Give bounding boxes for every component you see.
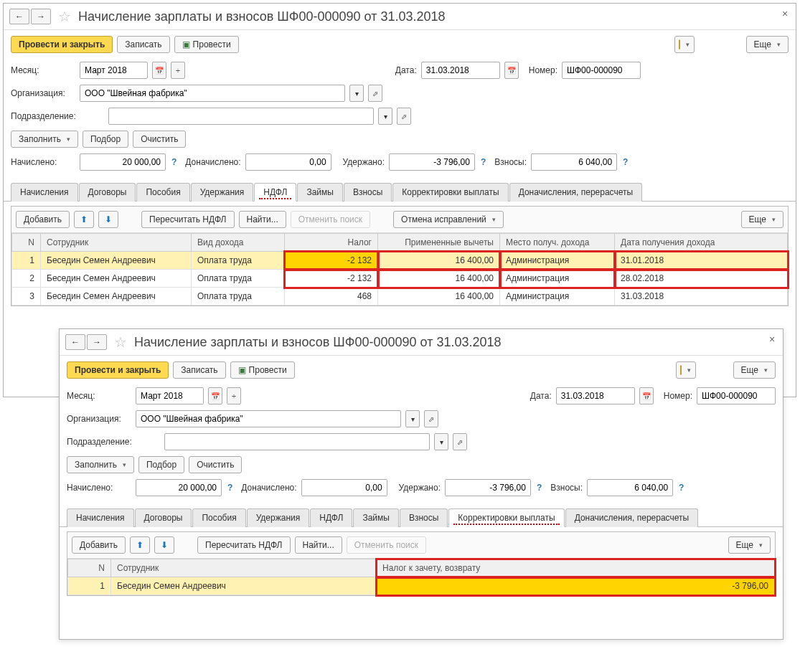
more-button[interactable]: Еще [746, 36, 789, 53]
add-button[interactable]: Добавить [16, 211, 70, 228]
cell: Администрация [500, 270, 615, 288]
post-button[interactable]: ▣Провести [230, 361, 295, 379]
nav-back-button[interactable]: ← [65, 334, 85, 350]
tab-2[interactable]: Пособия [136, 183, 189, 202]
table-row[interactable]: 2Беседин Семен АндреевичОплата труда-2 1… [12, 270, 788, 288]
org-input[interactable] [80, 85, 345, 102]
cell: Администрация [500, 288, 615, 306]
table-row[interactable]: 1Беседин Семен АндреевичОплата труда-2 1… [12, 252, 788, 270]
tab-6[interactable]: Взносы [344, 183, 392, 202]
cell: Оплата труда [192, 288, 285, 306]
post-and-close-button[interactable]: Провести и закрыть [67, 361, 169, 379]
window-title: Начисление зарплаты и взносов ШФ00-00009… [134, 335, 502, 350]
number-input[interactable] [562, 62, 641, 79]
window-title: Начисление зарплаты и взносов ШФ00-00009… [78, 9, 446, 24]
ndfl-table[interactable]: NСотрудникВид доходаНалогПримененные выч… [11, 233, 788, 306]
date-calendar-icon[interactable]: 📅 [504, 62, 519, 79]
tab-0[interactable]: Начисления [11, 183, 78, 202]
open-ref-icon[interactable]: ⬀ [368, 85, 382, 102]
main-toolbar: Провести и закрыть Записать ▣Провести Ещ… [60, 356, 783, 384]
dept-input[interactable] [108, 108, 374, 125]
cell: 3 [12, 288, 41, 306]
tab-3[interactable]: Удержания [191, 183, 254, 202]
save-button[interactable]: Записать [117, 36, 169, 53]
withheld-input[interactable] [389, 153, 475, 171]
tab-panel: Добавить ⬆ ⬇ Пересчитать НДФЛ Найти... О… [11, 206, 789, 306]
post-icon: ▣ [238, 365, 246, 375]
help-icon-3[interactable]: ? [623, 157, 628, 167]
cell: 468 [285, 288, 378, 306]
cell: 16 400,00 [378, 252, 500, 270]
post-label: Провести [249, 365, 287, 375]
find-button[interactable]: Найти... [239, 211, 286, 228]
accrued-input[interactable] [80, 153, 166, 171]
close-button[interactable]: × [778, 8, 791, 21]
month-input[interactable] [136, 387, 204, 400]
cell: Администрация [500, 252, 615, 270]
cancel-fix-button[interactable]: Отмена исправлений [393, 211, 504, 228]
date-label: Дата: [530, 391, 552, 400]
more-button[interactable]: Еще [733, 361, 776, 379]
move-up-button[interactable]: ⬆ [74, 211, 94, 228]
arrow-down-icon: ⬇ [105, 214, 112, 224]
table-toolbar: Добавить ⬆ ⬇ Пересчитать НДФЛ Найти... О… [11, 207, 788, 233]
title-bar: ← → ☆ Начисление зарплаты и взносов ШФ00… [60, 329, 783, 356]
cancel-search-button[interactable]: Отменить поиск [291, 211, 370, 228]
nav-forward-button[interactable]: → [87, 334, 107, 350]
dept-open-icon[interactable]: ⬀ [397, 108, 411, 125]
date-calendar-icon[interactable]: 📅 [639, 387, 654, 400]
number-input[interactable] [697, 387, 776, 400]
fill-button[interactable]: Заполнить [11, 131, 78, 148]
table-more-button[interactable]: Еще [741, 211, 783, 228]
date-input[interactable] [421, 62, 500, 79]
calendar-icon[interactable]: 📅 [152, 62, 166, 79]
form-area: Месяц: 📅 ÷ Дата: 📅 Номер: Организация: ▾… [4, 59, 796, 179]
month-input[interactable] [80, 62, 148, 79]
col-0: N [12, 234, 41, 252]
arrow-up-icon: ⬆ [80, 214, 88, 224]
cell: 16 400,00 [378, 288, 500, 306]
spinner-icon[interactable]: ÷ [171, 62, 185, 79]
tab-5[interactable]: Займы [297, 183, 343, 202]
table-row[interactable]: 3Беседин Семен АндреевичОплата труда4681… [12, 288, 788, 306]
col-4: Примененные вычеты [378, 234, 500, 252]
col-5: Место получ. дохода [500, 234, 615, 252]
cell: 28.02.2018 [615, 270, 788, 288]
help-icon-2[interactable]: ? [481, 157, 486, 167]
cell: Оплата труда [192, 252, 285, 270]
col-3: Налог [285, 234, 378, 252]
close-button[interactable]: × [766, 333, 778, 346]
recalc-button[interactable]: Пересчитать НДФЛ [141, 211, 234, 228]
clear-button[interactable]: Очистить [133, 131, 186, 148]
tab-4[interactable]: НДФЛ [254, 183, 296, 202]
tab-1[interactable]: Договоры [79, 183, 136, 202]
move-down-button[interactable]: ⬇ [98, 211, 118, 228]
pick-button[interactable]: Подбор [83, 131, 128, 148]
save-button[interactable]: Записать [173, 361, 225, 379]
spinner-icon[interactable]: ÷ [227, 387, 241, 400]
main-toolbar: Провести и закрыть Записать ▣Провести Ещ… [4, 30, 796, 59]
post-button[interactable]: ▣Провести [174, 36, 239, 53]
contrib-input[interactable] [531, 153, 617, 171]
nav-forward-button[interactable]: → [31, 9, 51, 24]
help-icon[interactable]: ? [171, 157, 177, 167]
post-and-close-button[interactable]: Провести и закрыть [11, 36, 113, 53]
month-label: Месяц: [11, 65, 75, 75]
dropdown-icon[interactable]: ▾ [349, 85, 364, 102]
nav-back-button[interactable]: ← [9, 9, 29, 24]
col-1: Сотрудник [41, 234, 192, 252]
attachments-button[interactable] [676, 361, 696, 379]
addl-input[interactable] [245, 153, 331, 171]
cell: Беседин Семен Андреевич [41, 252, 192, 270]
col-2: Вид дохода [192, 234, 285, 252]
tab-7[interactable]: Корректировки выплаты [392, 183, 508, 202]
calendar-icon[interactable]: 📅 [208, 387, 222, 400]
date-input[interactable] [556, 387, 635, 400]
date-label: Дата: [395, 65, 417, 75]
tab-8[interactable]: Доначисления, перерасчеты [509, 183, 642, 202]
favorite-icon[interactable]: ☆ [58, 8, 71, 25]
cell: 31.01.2018 [615, 252, 788, 270]
favorite-icon[interactable]: ☆ [114, 333, 127, 351]
attachments-button[interactable] [674, 36, 695, 53]
dept-dropdown-icon[interactable]: ▾ [378, 108, 392, 125]
